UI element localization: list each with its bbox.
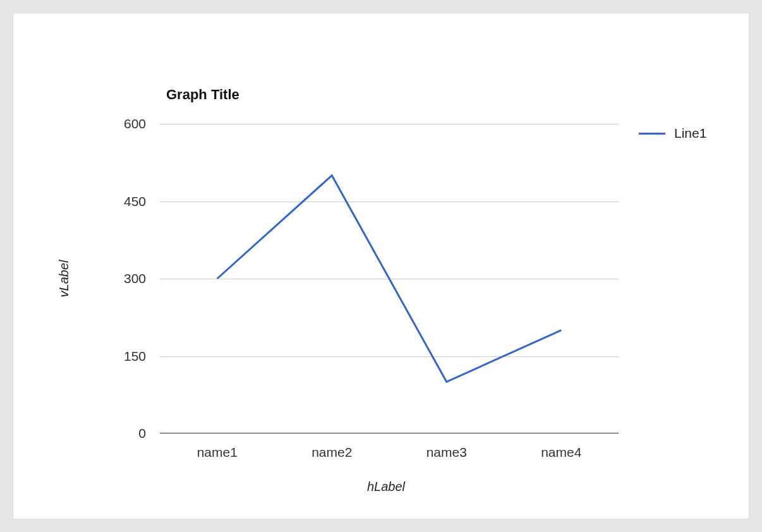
x-tick-label: name1 [197,445,238,460]
x-tick-label: name4 [541,445,581,460]
x-tick-label: name2 [311,445,352,460]
legend-label: Line1 [674,126,706,141]
y-tick-label: 150 [124,349,146,364]
chart-card: Graph Title vLabel 0150300450600 name1na… [13,13,749,519]
plot-area: 0150300450600 name1name2name3name4 [160,124,619,433]
y-tick-label: 300 [124,271,146,286]
x-tick-label: name3 [426,445,467,460]
legend-swatch [639,133,665,135]
y-axis-label: vLabel [57,260,71,298]
y-tick-label: 600 [124,116,146,131]
y-tick-label: 0 [138,426,146,441]
y-tick-label: 450 [124,194,146,209]
legend: Line1 [639,126,706,141]
series-line-1 [217,176,562,382]
x-axis-label: hLabel [367,480,405,494]
line-layer [160,124,619,433]
chart-title: Graph Title [166,87,239,103]
